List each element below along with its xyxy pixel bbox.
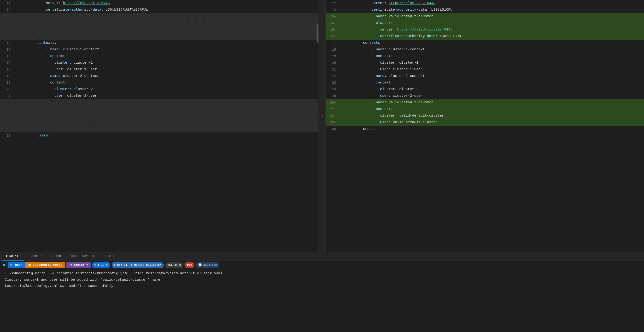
k8s-version-label: 1.19.4 — [98, 263, 108, 267]
terminal-command: ./kubeconfig-merge --kubeconfig test/dat… — [8, 272, 223, 276]
battery-pill: 97% — [184, 262, 194, 268]
diff-arrow-26: → — [318, 113, 326, 120]
path-label: kubeconfig-merge — [33, 263, 62, 267]
line-number: 29+ — [326, 119, 340, 126]
k8s-version-pill: ⎈ 1.19.4 — [92, 262, 110, 268]
line-number: 22 — [0, 132, 14, 139]
tab-problems[interactable]: PROBLEMS — [25, 252, 47, 261]
line-number: 18 — [0, 73, 14, 79]
line-number: 16 — [0, 60, 14, 66]
line-text: certificate-authority-data: LS0tLS1CRUdJ… — [14, 0, 318, 20]
left-line-22: 22 users: — [0, 132, 318, 139]
scrollbar[interactable] — [316, 24, 318, 42]
branch-pill: ⎇ master ≠ — [66, 262, 90, 268]
tab-terminal[interactable]: TERMINAL — [2, 252, 24, 261]
terminal-dot — [3, 264, 5, 266]
tab-gitlens[interactable]: GITLENS — [100, 252, 120, 261]
left-empty-diff-8 — [0, 119, 318, 126]
line-number: 19 — [0, 79, 14, 86]
line-number: 13 — [0, 40, 14, 46]
clock-icon: 🕐 — [198, 263, 202, 267]
terminal-output-line-2: test/data/kubeconfig.yaml was modified s… — [5, 283, 640, 289]
pane-divider: → → — [318, 0, 326, 252]
bash-icon: >_ — [10, 263, 14, 267]
wsl-label: WSL at — [168, 263, 178, 267]
line-number: 20 — [0, 86, 14, 93]
line-number: 28+ — [326, 113, 340, 119]
time-pill: 🕐 20,21:48 — [196, 262, 219, 268]
line-text: users: — [340, 119, 644, 139]
branch-label: master ≠ — [74, 263, 88, 267]
left-line-12: 12 certificate-authority-data: LS0tLS1CR… — [0, 7, 318, 13]
line-number: 20 — [326, 60, 340, 66]
right-code-content: 11 server: https://cluster-2:6443 12 cer… — [326, 0, 644, 252]
line-number: 17 — [0, 66, 14, 73]
time-label: 20,21:48 — [203, 263, 217, 267]
line-number: 24 — [326, 86, 340, 93]
line-number: 18 — [326, 46, 340, 53]
line-number: 17 — [326, 40, 340, 46]
line-number: 21 — [0, 93, 14, 99]
line-number: 23 — [326, 79, 340, 86]
left-empty-diff-7 — [0, 113, 318, 119]
cluster-pill: ⚙ eck-01 :: metric-collector — [112, 262, 164, 268]
line-number: 13+ — [326, 13, 340, 20]
folder-icon: 📁 — [28, 263, 32, 267]
line-number: 11 — [0, 0, 14, 7]
left-line-21: 21 user: cluster-2-user — [0, 93, 318, 99]
line-number: 14 — [0, 46, 14, 53]
line-number: 12 — [326, 7, 340, 13]
terminal-prompt: › ./kubeconfig-merge --kubeconfig test/d… — [4, 271, 640, 276]
gear-icon: ⚙ — [114, 263, 116, 267]
panel-tabs: TERMINAL PROBLEMS OUTPUT DEBUG CONSOLE G… — [0, 252, 644, 261]
line-number: 21 — [326, 66, 340, 73]
wsl-icon: ◑ — [179, 263, 181, 267]
bottom-panel: TERMINAL PROBLEMS OUTPUT DEBUG CONSOLE G… — [0, 252, 644, 332]
left-editor-pane: 11 server: https://cluster-2:6443 12 cer… — [0, 0, 318, 252]
line-number: 14+ — [326, 20, 340, 26]
line-number: 15 — [0, 53, 14, 60]
line-number: 19 — [326, 53, 340, 60]
line-text: user: cluster-2-user — [14, 86, 318, 106]
line-number: 22 — [326, 73, 340, 79]
line-number: 27+ — [326, 106, 340, 113]
line-number: 11 — [326, 0, 340, 7]
terminal-output-line-1: Cluster, context and user will be added … — [5, 277, 640, 283]
path-pill: 📁 kubeconfig-merge — [25, 262, 65, 268]
line-number: 15+ — [326, 26, 340, 33]
bash-pill: >_ bash — [8, 262, 25, 268]
bash-label: bash — [15, 263, 22, 267]
k8s-icon: ⎈ — [94, 263, 96, 267]
battery-label: 97% — [187, 263, 192, 267]
line-number: 26+ — [326, 99, 340, 106]
cluster-label: eck-01 :: metric-collector — [117, 263, 161, 267]
left-empty-diff-6 — [0, 106, 318, 113]
prompt-symbol: › — [4, 271, 6, 276]
left-code-content: 11 server: https://cluster-2:6443 12 cer… — [0, 0, 318, 252]
tab-output[interactable]: OUTPUT — [48, 252, 66, 261]
line-number: 12 — [0, 7, 14, 13]
terminal-content[interactable]: › ./kubeconfig-merge --kubeconfig test/d… — [0, 269, 644, 332]
wsl-pill: WSL at ◑ — [165, 262, 183, 268]
terminal-status-bar: >_ bash 📁 kubeconfig-merge ⎇ master ≠ ⎈ … — [0, 261, 644, 269]
line-text: users: — [14, 126, 318, 146]
left-empty-diff-2 — [0, 20, 318, 26]
diff-arrow-13: → — [318, 14, 326, 20]
line-number: 25 — [326, 93, 340, 99]
right-editor-pane: 11 server: https://cluster-2:6443 12 cer… — [326, 0, 644, 252]
branch-icon: ⎇ — [68, 263, 72, 267]
tab-debug-console[interactable]: DEBUG CONSOLE — [68, 252, 99, 261]
line-number: 30 — [326, 126, 340, 132]
line-number: 16+ — [326, 33, 340, 40]
editor-area: 11 server: https://cluster-2:6443 12 cer… — [0, 0, 644, 252]
left-empty-diff-3 — [0, 26, 318, 33]
right-line-30: 30 users: — [326, 126, 644, 132]
